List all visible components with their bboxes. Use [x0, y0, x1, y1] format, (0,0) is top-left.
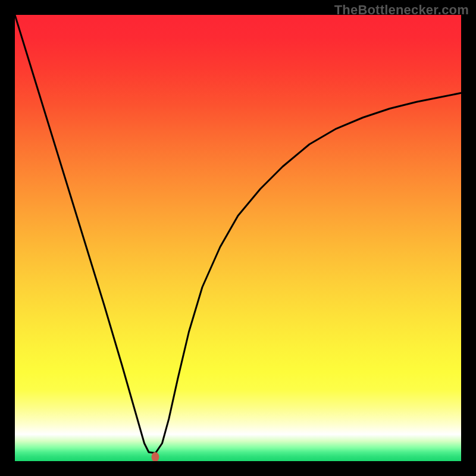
chart-frame: TheBottlenecker.com — [0, 0, 476, 476]
bottleneck-curve — [15, 15, 461, 453]
vertex-marker — [152, 452, 159, 462]
plot-area — [15, 15, 461, 461]
watermark-text: TheBottlenecker.com — [334, 2, 469, 18]
curve-svg — [15, 15, 461, 461]
